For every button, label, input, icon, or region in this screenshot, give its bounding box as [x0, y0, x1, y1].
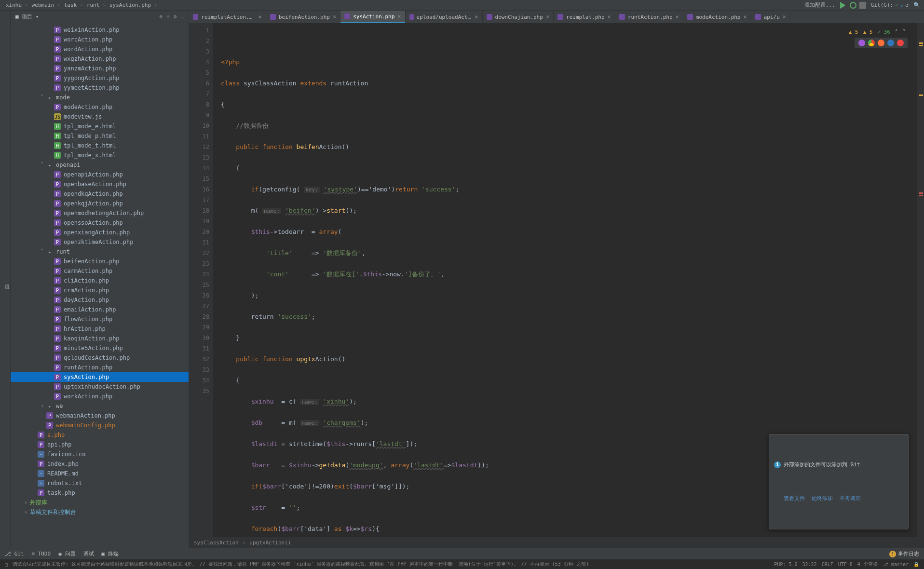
- file-item[interactable]: PkaoqinAction.php: [11, 334, 189, 343]
- search-everywhere-icon[interactable]: 🔍: [913, 2, 920, 8]
- file-item[interactable]: PqcloudCosAction.php: [11, 353, 189, 363]
- folder-mode[interactable]: ˅▸mode: [11, 93, 189, 102]
- browser-icon[interactable]: [858, 40, 865, 46]
- file-item[interactable]: ·favicon.ico: [11, 449, 189, 459]
- close-tab-icon[interactable]: ×: [258, 14, 262, 20]
- settings-icon[interactable]: ⚙: [174, 14, 177, 20]
- git-pull-icon[interactable]: ↙: [900, 2, 904, 8]
- hide-icon[interactable]: —: [180, 14, 184, 20]
- file-item[interactable]: PopenapiAction.php: [11, 170, 189, 179]
- file-item[interactable]: PwordAction.php: [11, 44, 189, 54]
- file-item[interactable]: PdayAction.php: [11, 295, 189, 305]
- breadcrumb-item[interactable]: runt: [85, 2, 108, 8]
- file-item[interactable]: PcarmAction.php: [11, 266, 189, 276]
- git-dropdown[interactable]: Git(G): ✓ ↙ ↺: [871, 2, 909, 8]
- file-item[interactable]: Htpl_mode_x.html: [11, 150, 189, 160]
- file-item[interactable]: PopenzktimeAction.php: [11, 237, 189, 247]
- debug-icon[interactable]: [850, 2, 856, 9]
- cursor-position[interactable]: 32:22: [802, 562, 817, 567]
- file-item[interactable]: PworkAction.php: [11, 392, 189, 401]
- file-item[interactable]: ·robots.txt: [11, 478, 189, 488]
- editor-tabs[interactable]: reimplatAction.php×beifenAction.php×sysA…: [189, 11, 924, 23]
- file-item[interactable]: Ptask.php: [11, 488, 189, 498]
- file-item[interactable]: PwebmainAction.php: [11, 411, 189, 420]
- close-tab-icon[interactable]: ×: [546, 14, 549, 20]
- close-tab-icon[interactable]: ×: [397, 13, 401, 20]
- git-toolwindow[interactable]: ⎇ Git: [5, 551, 24, 557]
- editor-crumb[interactable]: upgtxAction(): [249, 540, 291, 546]
- file-item[interactable]: PhrAction.php: [11, 324, 189, 334]
- file-item[interactable]: Htpl_mode_t.html: [11, 141, 189, 150]
- editor-tab[interactable]: beifenAction.php×: [266, 11, 340, 23]
- target-icon[interactable]: ⊕: [160, 14, 163, 20]
- file-item[interactable]: PyygongAction.php: [11, 73, 189, 83]
- file-item[interactable]: Htpl_mode_e.html: [11, 122, 189, 131]
- file-item[interactable]: PopenxiangAction.php: [11, 228, 189, 237]
- file-item[interactable]: Papi.php: [11, 440, 189, 449]
- close-tab-icon[interactable]: ×: [676, 14, 679, 20]
- chevron-up-icon[interactable]: ˄: [895, 27, 898, 38]
- editor[interactable]: 1234567891011121314151617181920212223242…: [189, 23, 924, 537]
- close-tab-icon[interactable]: ×: [475, 14, 478, 20]
- close-tab-icon[interactable]: ×: [608, 14, 611, 20]
- file-item[interactable]: PcliAction.php: [11, 276, 189, 285]
- edge-icon[interactable]: [887, 40, 894, 46]
- editor-tab[interactable]: sysAction.php×: [340, 11, 405, 23]
- file-item[interactable]: PopenssoAction.php: [11, 218, 189, 228]
- file-item[interactable]: PsysAction.php: [11, 372, 189, 382]
- editor-tab[interactable]: downChajian.php×: [483, 11, 554, 23]
- breadcrumb-item[interactable]: task: [62, 2, 85, 8]
- error-stripe[interactable]: [917, 23, 924, 537]
- file-item[interactable]: PcrmAction.php: [11, 285, 189, 295]
- editor-tab[interactable]: upload/uploadAction.php×: [406, 11, 483, 23]
- inspection-summary[interactable]: ▲ 5 ▲ 5 ✓ 36 ˄ ˅: [847, 26, 908, 39]
- file-item[interactable]: PworcAction.php: [11, 35, 189, 44]
- editor-tab[interactable]: reimplat.php×: [554, 11, 615, 23]
- indent-info[interactable]: 4 个空格: [857, 561, 878, 568]
- file-item[interactable]: Pa.php: [11, 430, 189, 440]
- run-icon[interactable]: [840, 2, 847, 9]
- firefox-icon[interactable]: [878, 40, 884, 46]
- file-item[interactable]: PyymeetAction.php: [11, 83, 189, 93]
- status-icon[interactable]: □: [5, 562, 8, 567]
- close-tab-icon[interactable]: ×: [783, 14, 786, 20]
- git-clock-icon[interactable]: ↺: [905, 2, 909, 8]
- project-tree[interactable]: PweixinAction.phpPworcAction.phpPwordAct…: [11, 23, 189, 548]
- php-version[interactable]: PHP: 5.6: [774, 562, 797, 567]
- file-item[interactable]: Pindex.php: [11, 459, 189, 469]
- file-item[interactable]: PyanzmAction.php: [11, 64, 189, 73]
- dont-ask-link[interactable]: 不再询问: [840, 493, 861, 504]
- code-area[interactable]: ▲ 5 ▲ 5 ✓ 36 ˄ ˅ <?php class sysClassAct…: [213, 23, 917, 537]
- file-item[interactable]: PopenmodhetongAction.php: [11, 208, 189, 218]
- folder-we[interactable]: ›▸we: [11, 401, 189, 411]
- collapse-icon[interactable]: ≑: [166, 14, 170, 20]
- chevron-down-icon[interactable]: ˅: [903, 27, 906, 38]
- breadcrumb-project[interactable]: xinhu: [4, 2, 30, 8]
- close-tab-icon[interactable]: ×: [744, 14, 747, 20]
- editor-tab[interactable]: modeAction.php×: [683, 11, 751, 23]
- external-libraries[interactable]: ›外部库: [11, 498, 189, 507]
- terminal-toolwindow[interactable]: ▣ 终端: [102, 550, 119, 557]
- problems-toolwindow[interactable]: ◉ 问题: [58, 550, 75, 557]
- event-log-toolwindow[interactable]: !事件日志: [889, 550, 919, 557]
- file-item[interactable]: PflowAction.php: [11, 314, 189, 324]
- file-item[interactable]: PuptoxinhudocAction.php: [11, 382, 189, 392]
- file-item[interactable]: PopenkqjAction.php: [11, 199, 189, 208]
- breadcrumb-file[interactable]: sysAction.php: [108, 2, 159, 8]
- folder-openapi[interactable]: ˅▸openapi: [11, 160, 189, 170]
- file-encoding[interactable]: UTF-8: [838, 562, 853, 567]
- breadcrumb-item[interactable]: webmain: [30, 2, 62, 8]
- editor-tab[interactable]: reimplatAction.php×: [189, 11, 266, 23]
- file-item[interactable]: Pminute5Action.php: [11, 343, 189, 353]
- file-item[interactable]: PemailAction.php: [11, 305, 189, 314]
- scratches[interactable]: ›草稿文件和控制台: [11, 507, 189, 517]
- git-branch[interactable]: ⎇ master: [883, 562, 909, 567]
- add-configuration-button[interactable]: 添加配置...: [804, 1, 835, 9]
- lock-icon[interactable]: 🔒: [913, 562, 919, 567]
- line-separator[interactable]: CRLF: [822, 562, 833, 567]
- file-item[interactable]: PwebmainConfig.php: [11, 420, 189, 430]
- file-item[interactable]: PruntAction.php: [11, 363, 189, 372]
- file-item[interactable]: PopendkqAction.php: [11, 189, 189, 199]
- file-item[interactable]: PweixinAction.php: [11, 25, 189, 35]
- debug-toolwindow[interactable]: 调试: [83, 550, 94, 557]
